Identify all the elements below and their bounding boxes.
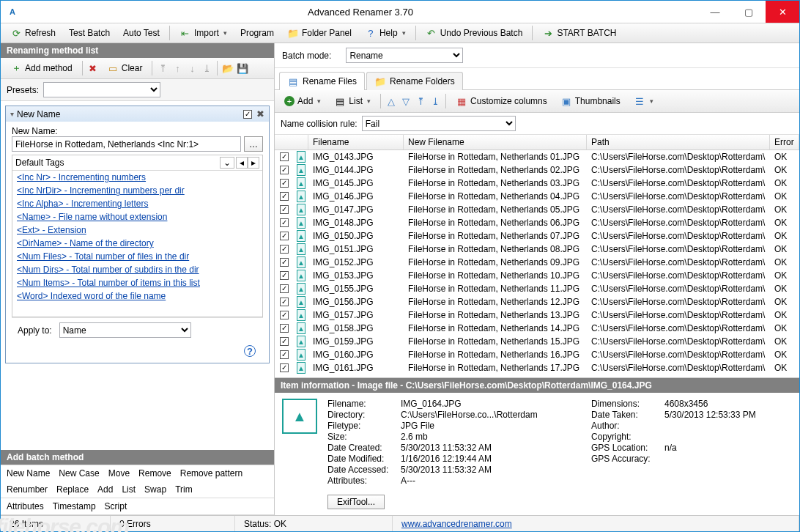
sort-down-icon[interactable]: ▽	[400, 95, 412, 107]
tag-link[interactable]: <Inc Nr> - Incrementing numbers	[12, 171, 262, 184]
exiftool-button[interactable]: ExifTool...	[327, 495, 385, 509]
new-name-input[interactable]	[12, 136, 241, 152]
tag-link[interactable]: <Inc NrDir> - Incrementing numbers per d…	[12, 184, 262, 197]
program-button[interactable]: Program	[235, 26, 279, 40]
move-down-icon[interactable]: ↓	[186, 62, 198, 74]
batch-method-link[interactable]: Renumber	[7, 484, 48, 495]
table-row[interactable]: ✓ ▲ IMG_0147.JPG FileHorse in Rottedam, …	[275, 203, 799, 216]
row-checkbox[interactable]: ✓	[280, 232, 289, 240]
row-checkbox[interactable]: ✓	[280, 324, 289, 333]
batch-method-link[interactable]: Timestamp	[53, 501, 96, 511]
collapse-icon[interactable]: ▾	[10, 110, 14, 118]
tags-dropdown-icon[interactable]: ⌄	[220, 157, 234, 169]
row-checkbox[interactable]: ✓	[280, 152, 289, 161]
batch-method-link[interactable]: Remove pattern	[180, 468, 242, 479]
table-row[interactable]: ✓ ▲ IMG_0152.JPG FileHorse in Rottedam, …	[275, 256, 799, 269]
tags-next-icon[interactable]: ▸	[248, 157, 259, 169]
apply-to-select[interactable]: Name	[59, 322, 191, 338]
tag-link[interactable]: <Word> Indexed word of the file name	[12, 289, 262, 303]
row-checkbox[interactable]: ✓	[280, 271, 289, 280]
table-row[interactable]: ✓ ▲ IMG_0161.JPG FileHorse in Rottedam, …	[275, 361, 799, 374]
batch-method-link[interactable]: Attributes	[7, 501, 44, 511]
table-row[interactable]: ✓ ▲ IMG_0146.JPG FileHorse in Rottedam, …	[275, 190, 799, 203]
row-checkbox[interactable]: ✓	[280, 179, 289, 188]
row-checkbox[interactable]: ✓	[280, 363, 289, 372]
table-row[interactable]: ✓ ▲ IMG_0144.JPG FileHorse in Rottedam, …	[275, 163, 799, 177]
method-enabled-checkbox[interactable]: ✓	[243, 110, 252, 119]
method-close-icon[interactable]: ✖	[256, 108, 264, 119]
minimize-button[interactable]: —	[698, 1, 732, 23]
row-checkbox[interactable]: ✓	[280, 218, 289, 227]
batch-method-link[interactable]: Move	[108, 468, 130, 479]
help-icon[interactable]: ?	[244, 345, 256, 357]
maximize-button[interactable]: ▢	[732, 1, 766, 23]
row-checkbox[interactable]: ✓	[280, 166, 289, 174]
add-method-button[interactable]: ＋Add method	[5, 60, 78, 76]
batch-method-link[interactable]: Script	[105, 501, 127, 511]
batch-mode-select[interactable]: Rename	[346, 48, 463, 63]
row-checkbox[interactable]: ✓	[280, 298, 289, 306]
move-bottom-icon[interactable]: ⤓	[201, 62, 212, 74]
col-new-filename[interactable]: New Filename	[404, 135, 587, 149]
tag-link[interactable]: <Name> - File name without extension	[12, 210, 262, 223]
col-path[interactable]: Path	[587, 135, 770, 149]
tag-link[interactable]: <Ext> - Extension	[12, 223, 262, 237]
row-checkbox[interactable]: ✓	[280, 245, 289, 254]
undo-button[interactable]: ↶Undo Previous Batch	[421, 25, 528, 41]
refresh-button[interactable]: ⟳Refresh	[5, 25, 61, 41]
row-checkbox[interactable]: ✓	[280, 311, 289, 319]
tab-rename-files[interactable]: ▤Rename Files	[279, 72, 365, 90]
table-row[interactable]: ✓ ▲ IMG_0153.JPG FileHorse in Rottedam, …	[275, 269, 799, 282]
row-checkbox[interactable]: ✓	[280, 205, 289, 214]
row-checkbox[interactable]: ✓	[280, 284, 289, 293]
batch-method-link[interactable]: Remove	[138, 468, 171, 479]
tag-link[interactable]: <Inc Alpha> - Incrementing letters	[12, 197, 262, 210]
tag-link[interactable]: <Num Dirs> - Total number of subdirs in …	[12, 263, 262, 276]
sort-bottom-icon[interactable]: ⤓	[429, 95, 441, 107]
table-row[interactable]: ✓ ▲ IMG_0158.JPG FileHorse in Rottedam, …	[275, 322, 799, 335]
batch-method-link[interactable]: Replace	[56, 484, 89, 495]
list-button[interactable]: ▤List▾	[329, 93, 376, 109]
delete-icon[interactable]: ✖	[87, 62, 99, 74]
tag-link[interactable]: <Num Files> - Total number of files in t…	[12, 250, 262, 263]
batch-method-link[interactable]: Trim	[175, 484, 193, 495]
row-checkbox[interactable]: ✓	[280, 258, 289, 267]
tags-prev-icon[interactable]: ◂	[236, 157, 248, 169]
tag-link[interactable]: <DirName> - Name of the directory	[12, 237, 262, 250]
col-filename[interactable]: Filename	[308, 135, 404, 149]
row-checkbox[interactable]: ✓	[280, 337, 289, 346]
batch-method-link[interactable]: New Case	[59, 468, 99, 479]
row-checkbox[interactable]: ✓	[280, 350, 289, 359]
table-row[interactable]: ✓ ▲ IMG_0150.JPG FileHorse in Rottedam, …	[275, 229, 799, 243]
customize-columns-button[interactable]: ▦Customize columns	[451, 93, 552, 109]
move-top-icon[interactable]: ⤒	[157, 62, 168, 74]
batch-method-link[interactable]: List	[122, 484, 136, 495]
start-batch-button[interactable]: ➔START BATCH	[537, 25, 621, 41]
presets-select[interactable]	[43, 82, 160, 97]
table-row[interactable]: ✓ ▲ IMG_0155.JPG FileHorse in Rottedam, …	[275, 282, 799, 295]
table-row[interactable]: ✓ ▲ IMG_0145.JPG FileHorse in Rottedam, …	[275, 177, 799, 190]
clear-button[interactable]: ▭Clear	[102, 60, 148, 76]
table-row[interactable]: ✓ ▲ IMG_0157.JPG FileHorse in Rottedam, …	[275, 309, 799, 322]
status-url[interactable]: www.advancedrenamer.com	[401, 519, 512, 529]
batch-method-link[interactable]: New Name	[7, 468, 50, 479]
table-row[interactable]: ✓ ▲ IMG_0148.JPG FileHorse in Rottedam, …	[275, 216, 799, 229]
tag-link[interactable]: <Num Items> - Total number of items in t…	[12, 276, 262, 289]
browse-button[interactable]: …	[244, 136, 263, 152]
test-batch-button[interactable]: Test Batch	[64, 26, 115, 40]
table-row[interactable]: ✓ ▲ IMG_0159.JPG FileHorse in Rottedam, …	[275, 335, 799, 348]
save-icon[interactable]: 💾	[237, 62, 248, 74]
batch-method-link[interactable]: Add	[97, 484, 113, 495]
table-row[interactable]: ✓ ▲ IMG_0156.JPG FileHorse in Rottedam, …	[275, 295, 799, 309]
import-button[interactable]: ⇤Import▾	[174, 25, 232, 41]
folder-panel-button[interactable]: 📁Folder Panel	[282, 25, 357, 41]
add-button[interactable]: +Add▾	[279, 94, 326, 108]
row-checkbox[interactable]: ✓	[280, 192, 289, 201]
open-icon[interactable]: 📂	[222, 62, 234, 74]
table-row[interactable]: ✓ ▲ IMG_0143.JPG FileHorse in Rottedam, …	[275, 150, 799, 163]
sort-up-icon[interactable]: △	[385, 95, 397, 107]
col-error[interactable]: Error	[770, 135, 799, 149]
help-button[interactable]: ?Help▾	[360, 25, 411, 41]
table-row[interactable]: ✓ ▲ IMG_0151.JPG FileHorse in Rottedam, …	[275, 243, 799, 256]
tab-rename-folders[interactable]: 📁Rename Folders	[366, 72, 463, 90]
